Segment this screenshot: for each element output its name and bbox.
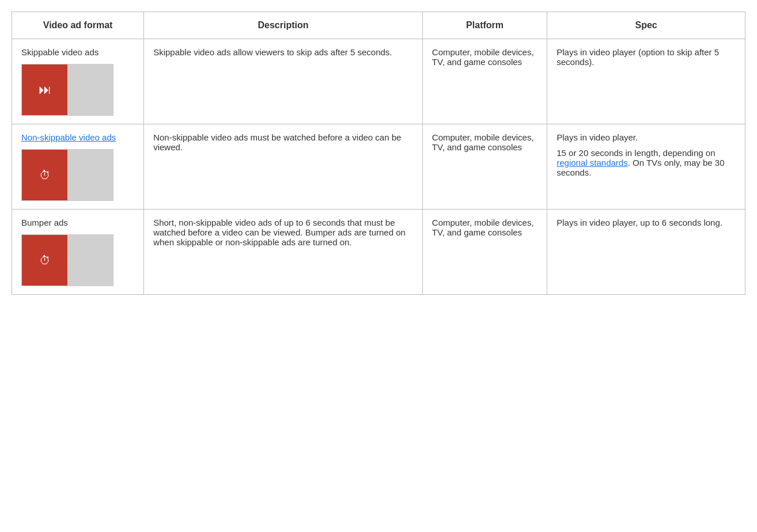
platform-cell-bumper: Computer, mobile devices, TV, and game c… (422, 210, 547, 295)
ad-video-block-skippable: ⏭ (22, 64, 67, 115)
table-header-row: Video ad format Description Platform Spe… (12, 12, 745, 39)
spec-cell-skippable: Plays in video player (option to skip af… (547, 39, 745, 124)
format-title-bumper: Bumper ads (21, 218, 134, 227)
timer-icon: ⏱ (39, 169, 51, 182)
ad-thumbnail-skippable: ⏭ (21, 64, 113, 116)
ad-video-block-bumper: ⏱ (22, 235, 67, 286)
spec-cell-non-skippable: Plays in video player.15 or 20 seconds i… (547, 124, 745, 210)
header-platform: Platform (422, 12, 547, 39)
spec-text-p1-non-skippable: Plays in video player. (557, 132, 736, 142)
header-format: Video ad format (12, 12, 144, 39)
format-cell-non-skippable: Non-skippable video ads⏱ (12, 124, 144, 210)
description-cell-bumper: Short, non-skippable video ads of up to … (144, 210, 423, 295)
video-ad-formats-table: Video ad format Description Platform Spe… (12, 12, 745, 295)
platform-cell-skippable: Computer, mobile devices, TV, and game c… (422, 39, 547, 124)
description-cell-skippable: Skippable video ads allow viewers to ski… (144, 39, 423, 124)
header-spec: Spec (547, 12, 745, 39)
regional-standards-link[interactable]: regional standards (557, 158, 627, 168)
description-cell-non-skippable: Non-skippable video ads must be watched … (144, 124, 423, 210)
format-cell-bumper: Bumper ads⏱ (12, 210, 144, 295)
ad-gray-block-bumper (67, 235, 113, 286)
platform-cell-non-skippable: Computer, mobile devices, TV, and game c… (422, 124, 547, 210)
table-wrapper: Video ad format Description Platform Spe… (0, 0, 757, 532)
format-title-non-skippable[interactable]: Non-skippable video ads (21, 132, 134, 142)
spec-cell-bumper: Plays in video player, up to 6 seconds l… (547, 210, 745, 295)
ad-gray-block-skippable (67, 64, 113, 115)
format-cell-skippable: Skippable video ads⏭ (12, 39, 144, 124)
header-description: Description (144, 12, 423, 39)
ad-gray-block-non-skippable (67, 150, 113, 200)
ad-video-block-non-skippable: ⏱ (22, 150, 67, 200)
ad-thumbnail-non-skippable: ⏱ (21, 149, 113, 201)
format-title-skippable: Skippable video ads (21, 47, 134, 57)
table-row: Bumper ads⏱Short, non-skippable video ad… (12, 210, 745, 295)
skip-icon: ⏭ (39, 82, 51, 97)
spec-text-p2-non-skippable: 15 or 20 seconds in length, depending on… (557, 148, 736, 177)
table-row: Skippable video ads⏭Skippable video ads … (12, 39, 745, 124)
timer-icon: ⏱ (39, 254, 51, 267)
ad-thumbnail-bumper: ⏱ (21, 234, 113, 286)
table-row: Non-skippable video ads⏱Non-skippable vi… (12, 124, 745, 210)
